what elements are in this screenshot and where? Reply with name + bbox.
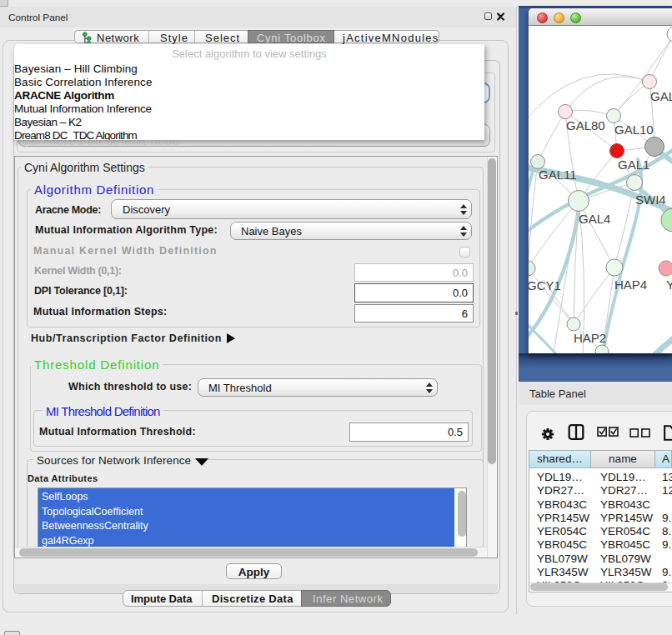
svg-text:GAL4: GAL4 (579, 212, 610, 226)
svg-text:GCY1: GCY1 (529, 278, 561, 292)
svg-text:GAL7: GAL7 (650, 89, 672, 103)
svg-text:HAP4: HAP4 (614, 278, 647, 292)
svg-text:Y: Y (666, 278, 672, 292)
svg-text:GAL1: GAL1 (618, 158, 649, 172)
svg-text:GAL10: GAL10 (614, 122, 654, 137)
svg-text:SWI4: SWI4 (635, 192, 666, 207)
svg-text:GAL80: GAL80 (566, 118, 605, 132)
svg-text:HAP2: HAP2 (574, 331, 606, 345)
svg-text:GAL11: GAL11 (539, 168, 577, 182)
